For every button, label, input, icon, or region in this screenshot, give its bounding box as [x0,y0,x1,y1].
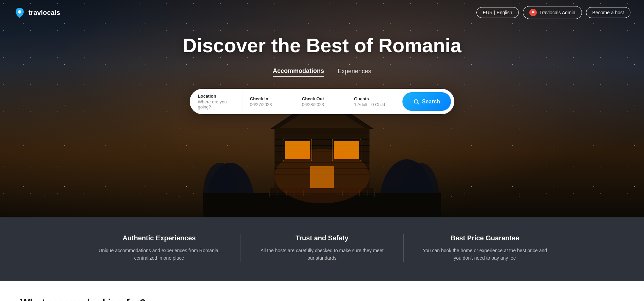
feature-authentic: Authentic Experiences Unique accommodati… [78,234,241,262]
logo-icon [14,6,26,19]
location-label: Location [198,94,236,99]
checkout-field[interactable]: Check Out 06/28/2023 [295,92,347,111]
logo[interactable]: travlocals [14,6,60,19]
checkout-value: 06/28/2023 [302,102,340,107]
feature-authentic-desc: Unique accommodations and experiences fr… [95,247,224,262]
feature-price-title: Best Price Guarantee [420,234,549,242]
search-bar: Location Where are you going? Check In 0… [190,89,454,114]
checkin-label: Check In [250,96,288,101]
search-label: Search [422,99,440,105]
header: travlocals EUR | English ❤ Travlocals Ad… [0,0,644,25]
search-icon [413,99,419,105]
svg-line-39 [417,103,419,104]
become-host-btn[interactable]: Become a host [586,7,630,18]
currency-language-btn[interactable]: EUR | English [476,7,519,18]
location-field[interactable]: Location Where are you going? [198,92,243,111]
guests-field[interactable]: Guests 1 Adult - 0 Child [347,92,399,111]
user-avatar: ❤ [529,9,537,16]
lower-section: What are you looking for? Choose the mos… [0,281,644,301]
svg-point-37 [18,10,21,14]
tab-accommodations[interactable]: Accommodations [273,67,324,77]
category-tabs: Accommodations Experiences [273,67,371,77]
hero-title: Discover the Best of Romania [183,34,461,57]
feature-trust: Trust and Safety All the hosts are caref… [241,234,403,262]
feature-price-desc: You can book the home or experience at t… [420,247,549,262]
feature-trust-title: Trust and Safety [258,234,386,242]
logo-text: travlocals [29,9,60,17]
checkin-value: 06/27/2023 [250,102,288,107]
lower-title: What are you looking for? [20,297,624,301]
tab-experiences[interactable]: Experiences [338,67,371,77]
user-profile-btn[interactable]: ❤ Travlocals Admin [523,6,582,19]
search-button[interactable]: Search [402,92,451,111]
user-name: Travlocals Admin [539,10,575,15]
feature-trust-desc: All the hosts are carefully checked to m… [258,247,386,262]
guests-value: 1 Adult - 0 Child [354,102,392,107]
header-right: EUR | English ❤ Travlocals Admin Become … [476,6,630,19]
feature-authentic-title: Authentic Experiences [95,234,224,242]
guests-label: Guests [354,96,392,101]
location-value: Where are you going? [198,99,236,109]
checkin-field[interactable]: Check In 06/27/2023 [243,92,295,111]
hero-section: travlocals EUR | English ❤ Travlocals Ad… [0,0,644,217]
features-section: Authentic Experiences Unique accommodati… [0,217,644,281]
feature-price: Best Price Guarantee You can book the ho… [403,234,566,262]
checkout-label: Check Out [302,96,340,101]
